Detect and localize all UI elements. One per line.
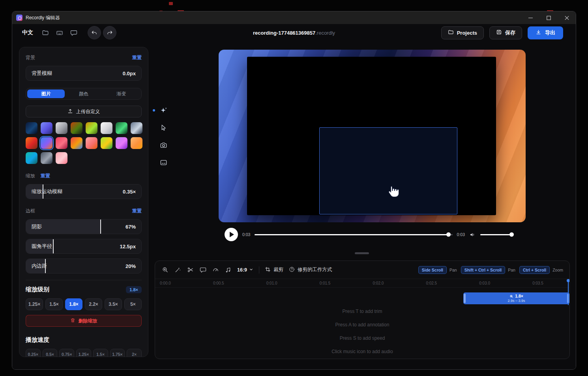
auto-zoom-icon[interactable] (174, 266, 181, 274)
background-thumbnail[interactable] (116, 122, 127, 134)
speed-icon[interactable] (212, 266, 219, 274)
close-button[interactable] (558, 11, 576, 24)
background-tab[interactable]: 图片 (27, 89, 65, 98)
border-slider[interactable]: 内边距20% (26, 259, 142, 274)
shortcut-action: Pan (508, 268, 515, 272)
zoom-level-option[interactable]: 1.8× (65, 298, 82, 310)
speed-option[interactable]: 1.25× (76, 349, 91, 357)
shortcut-keys: Shift + Ctrl + Scroll (461, 266, 506, 274)
background-thumbnail[interactable] (41, 122, 52, 134)
background-thumbnail[interactable] (26, 122, 37, 134)
scissors-icon[interactable] (187, 266, 194, 274)
file-extension: .recordly (315, 30, 335, 36)
border-slider[interactable]: 圆角半径12.5px (26, 239, 142, 254)
background-tab[interactable]: 渐变 (103, 89, 140, 98)
redo-button[interactable] (103, 26, 116, 39)
speed-option[interactable]: 1.75× (110, 349, 125, 357)
background-thumbnail[interactable] (131, 122, 142, 134)
desktop: Recordly 编辑器 中文 recording-1774861369857.… (0, 0, 588, 376)
magnifier-icon (509, 294, 513, 298)
upload-custom-button[interactable]: 上传自定义 (26, 106, 142, 117)
seek-bar[interactable] (255, 234, 452, 235)
background-thumbnail[interactable] (86, 122, 97, 134)
zoom-level-option[interactable]: 5× (124, 298, 142, 310)
background-thumbnail[interactable] (71, 137, 82, 149)
play-icon (230, 232, 234, 237)
maximize-button[interactable] (539, 11, 558, 24)
border-reset-link[interactable]: 重置 (132, 208, 142, 214)
background-thumbnail[interactable] (56, 152, 67, 164)
background-thumbnail[interactable] (41, 137, 52, 149)
zoom-level-option[interactable]: 3.5× (105, 298, 122, 310)
aspect-ratio-select[interactable]: 16:9 (237, 267, 253, 273)
playhead-dot[interactable] (567, 279, 570, 282)
background-thumbnail[interactable] (26, 152, 37, 164)
zoom-selection-rect[interactable] (319, 127, 457, 214)
video-preview[interactable] (219, 50, 526, 222)
timeline-panel: 16:9 裁剪 修剪的工作方式 Side ScrollPanShift + Ct… (155, 261, 570, 359)
background-thumbnail[interactable] (131, 137, 142, 149)
speed-option[interactable]: 0.5× (43, 349, 58, 357)
camera-tool[interactable] (159, 141, 168, 149)
slider-label: 阴影 (32, 223, 42, 230)
speed-option[interactable]: 1.5× (93, 349, 108, 357)
background-blur-slider[interactable]: 背景模糊 0.0px (26, 66, 142, 81)
open-folder-icon[interactable] (42, 29, 49, 36)
delete-zoom-button[interactable]: 删除缩放 (26, 315, 142, 327)
border-slider[interactable]: 阴影67% (26, 219, 142, 234)
zoom-level-option[interactable]: 1.25× (26, 298, 43, 310)
background-thumbnail[interactable] (41, 152, 52, 164)
zoom-reset-link[interactable]: 重置 (41, 173, 50, 179)
background-thumbnail[interactable] (116, 137, 127, 149)
play-button[interactable] (225, 228, 238, 241)
background-thumbnail[interactable] (26, 137, 37, 149)
speed-option[interactable]: 0.75× (59, 349, 74, 357)
auto-zoom-tool[interactable] (159, 106, 168, 115)
feedback-icon[interactable] (70, 29, 77, 36)
background-thumbnail[interactable] (56, 137, 67, 149)
background-reset-link[interactable]: 重置 (132, 54, 142, 61)
cursor-tool[interactable] (159, 123, 168, 132)
keyboard-icon[interactable] (56, 29, 63, 36)
zoom-segment[interactable]: 1.8× 2.9s – 3.9s (463, 292, 569, 304)
speed-option[interactable]: 0.25× (26, 349, 41, 357)
projects-button[interactable]: Projects (441, 26, 484, 39)
music-icon[interactable] (225, 266, 232, 274)
minimize-button[interactable] (521, 11, 539, 24)
export-button[interactable]: 导出 (528, 26, 563, 39)
timeline-track-area[interactable]: Press T to add trimPress A to add annota… (155, 288, 569, 359)
background-thumbnail[interactable] (101, 137, 112, 149)
timeline-ruler[interactable]: 0:00.00:00.50:01.00:01.50:02.00:02.50:03… (155, 279, 569, 288)
undo-button[interactable] (88, 26, 101, 39)
speed-option[interactable]: 2× (127, 349, 142, 357)
seek-fill (255, 234, 448, 235)
playhead-line[interactable] (568, 282, 569, 305)
speed-title: 播放速度 (26, 336, 49, 344)
zoom-level-option[interactable]: 2.2× (85, 298, 102, 310)
zoom-motion-blur-slider[interactable]: 缩放运动模糊 0.35× (26, 184, 142, 199)
help-button[interactable]: 修剪的工作方式 (289, 266, 332, 274)
crop-label: 裁剪 (273, 266, 283, 273)
delete-zoom-label: 删除缩放 (79, 318, 97, 324)
zoom-level-option[interactable]: 1.5× (45, 298, 63, 310)
save-icon (496, 29, 502, 36)
crop-button[interactable]: 裁剪 (265, 266, 283, 274)
background-thumbnail[interactable] (71, 122, 82, 134)
background-thumbnail[interactable] (101, 122, 112, 134)
annotation-icon[interactable] (199, 266, 206, 274)
panel-drag-handle[interactable] (355, 252, 369, 254)
shortcut-keys: Ctrl + Scroll (519, 266, 550, 274)
volume-icon[interactable] (469, 231, 476, 238)
background-thumbnail[interactable] (86, 137, 97, 149)
caption-tool[interactable] (159, 158, 168, 167)
language-button[interactable]: 中文 (22, 29, 33, 36)
ruler-label: 0:00.5 (213, 281, 224, 285)
border-section-header: 边框 重置 (26, 208, 142, 214)
volume-slider[interactable] (480, 234, 512, 235)
screen-artifact (169, 2, 173, 5)
zoom-segment-label: 1.8× (509, 294, 523, 298)
background-tab[interactable]: 颜色 (65, 89, 102, 98)
background-thumbnail[interactable] (56, 122, 67, 134)
zoom-in-icon[interactable] (161, 266, 169, 274)
save-button[interactable]: 保存 (489, 26, 522, 39)
